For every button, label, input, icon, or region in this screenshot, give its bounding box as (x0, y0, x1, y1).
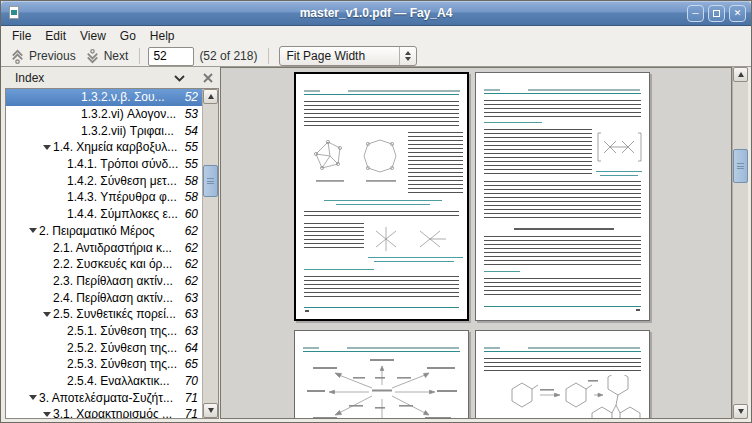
index-entry[interactable]: 1.3.2.vi) Αλογον...53 (6, 106, 202, 123)
index-entry[interactable]: 3. Αποτελέσματα-Συζήτ...71 (6, 389, 202, 406)
figure-cage-structures (308, 134, 408, 192)
document-view (220, 67, 748, 419)
index-entry[interactable]: 1.4.4. Σύμπλοκες ε...60 (6, 206, 202, 223)
index-entry-label: 1.3.2.vii) Τριφαι... (81, 124, 180, 138)
index-entry[interactable]: 2.4. Περίθλαση ακτίν...63 (6, 289, 202, 306)
scroll-down-button[interactable] (203, 403, 218, 418)
page-thumbnail-54[interactable] (294, 330, 469, 419)
index-entry[interactable]: 1.4. Χημεία καρβοξυλ...55 (6, 139, 202, 156)
index-entry-page: 62 (180, 257, 202, 271)
index-entry[interactable]: 2.5.2. Σύνθεση της...64 (6, 339, 202, 356)
sidebar-title: Index (15, 71, 44, 85)
index-entry-page: 60 (180, 207, 202, 221)
index-entry[interactable]: 2.2. Συσκευές και όρ...62 (6, 256, 202, 273)
index-entry-label: 2.1. Αντιδραστήρια κ... (53, 241, 180, 255)
sidebar-header: Index (5, 67, 219, 88)
index-entry-page: 54 (180, 124, 202, 138)
index-scrollbar-thumb[interactable] (203, 165, 218, 197)
pdf-viewer-window: master_v1.0.pdf — Fay_A4 ─ ✕ FileEditVie… (0, 0, 752, 423)
index-entry-label: 2.5.1. Σύνθεση της... (67, 324, 180, 338)
next-page-button[interactable]: Next (81, 48, 132, 65)
index-entry-label: 1.3.2.ν.β. Σου... (81, 90, 180, 104)
index-entry-page: 62 (180, 241, 202, 255)
expander-icon[interactable] (40, 145, 53, 150)
figure-anion-complex (596, 129, 644, 167)
index-scrollbar[interactable] (202, 89, 218, 418)
index-entry-label: 1.3.2.vi) Αλογον... (81, 107, 180, 121)
main-scroll-down-button[interactable] (733, 404, 748, 419)
expander-icon[interactable] (26, 228, 39, 233)
scroll-up-button[interactable] (203, 89, 218, 104)
vertical-scrollbar[interactable] (732, 67, 748, 419)
figure-radial-reactions (305, 357, 460, 419)
zoom-level-select[interactable]: Fit Page Width (279, 46, 417, 66)
menu-file[interactable]: File (5, 27, 38, 45)
page-count-label: (52 of 218) (196, 49, 260, 63)
index-entry[interactable]: 2.5. Συνθετικές πορεί...63 (6, 306, 202, 323)
next-label: Next (104, 49, 129, 63)
toolbar: Previous Next (52 of 218) Fit Page Width (1, 46, 751, 67)
index-entry-page: 64 (180, 341, 202, 355)
index-entry[interactable]: 1.3.2.vii) Τριφαι...54 (6, 122, 202, 139)
combo-arrows-icon (399, 47, 416, 65)
close-button[interactable]: ✕ (729, 5, 746, 22)
page-thumbnail-52[interactable] (294, 72, 469, 321)
chevron-down-icon[interactable] (174, 74, 185, 82)
index-entry[interactable]: 1.4.1. Τρόποι σύνδ...55 (6, 156, 202, 173)
document-viewport[interactable] (220, 67, 732, 419)
titlebar[interactable]: master_v1.0.pdf — Fay_A4 ─ ✕ (1, 1, 751, 26)
previous-icon (9, 48, 26, 65)
index-entry-label: 2.3. Περίθλαση ακτίν... (53, 274, 180, 288)
main-scrollbar-thumb[interactable] (733, 149, 748, 183)
content-area: Index 1.3.2.ν.β. Σου...521.3.2.vi) Αλογο… (1, 67, 751, 422)
expander-icon[interactable] (26, 395, 39, 400)
next-icon (84, 48, 101, 65)
menu-go[interactable]: Go (113, 27, 143, 45)
index-entry[interactable]: 1.4.2. Σύνθεση μετ...58 (6, 172, 202, 189)
index-entry[interactable]: 2.1. Αντιδραστήρια κ...62 (6, 239, 202, 256)
sidebar-close-icon[interactable] (203, 73, 213, 83)
index-entry[interactable]: 1.3.2.ν.β. Σου...52 (6, 89, 202, 106)
index-entry[interactable]: 1.4.3. Υπέρυθρα φ...58 (6, 189, 202, 206)
index-entry-page: 71 (180, 391, 202, 405)
index-entry-page: 53 (180, 107, 202, 121)
index-entry-page: 58 (180, 174, 202, 188)
window-title: master_v1.0.pdf — Fay_A4 (1, 6, 751, 20)
index-entry-page: 55 (180, 140, 202, 154)
index-entry[interactable]: 2.5.3. Σύνθεση της...65 (6, 356, 202, 373)
index-entry-label: 2.4. Περίθλαση ακτίν... (53, 291, 180, 305)
index-entry[interactable]: 2.5.1. Σύνθεση της...63 (6, 323, 202, 340)
index-entry-page: 65 (180, 357, 202, 371)
index-entry-label: 2.5.4. Εναλλακτικ... (67, 374, 180, 388)
index-entry-label: 1.4.1. Τρόποι σύνδ... (67, 157, 180, 171)
menubar: FileEditViewGoHelp (1, 26, 751, 46)
expander-icon[interactable] (40, 312, 53, 317)
menu-edit[interactable]: Edit (38, 27, 73, 45)
index-entry-page: 58 (180, 190, 202, 204)
index-entry-page: 62 (180, 274, 202, 288)
index-entry[interactable]: 2.5.4. Εναλλακτικ...70 (6, 373, 202, 390)
index-entry-label: 3. Αποτελέσματα-Συζήτ... (39, 391, 180, 405)
index-entry-page: 70 (180, 374, 202, 388)
index-entry[interactable]: 2. Πειραματικό Μέρος62 (6, 223, 202, 240)
index-entry-label: 2.5. Συνθετικές πορεί... (53, 307, 180, 321)
figure-reaction-scheme (484, 375, 644, 419)
page-thumbnail-55[interactable] (475, 330, 650, 419)
previous-page-button[interactable]: Previous (6, 48, 79, 65)
main-scroll-up-button[interactable] (733, 67, 748, 82)
index-entry-label: 1.4.2. Σύνθεση μετ... (67, 174, 180, 188)
index-entry[interactable]: 3.1. Χαρακτηρισμός ...71 (6, 406, 202, 419)
index-tree: 1.3.2.ν.β. Σου...521.3.2.vi) Αλογον...53… (5, 88, 219, 419)
maximize-button[interactable] (708, 5, 725, 22)
page-thumbnail-53[interactable] (475, 72, 650, 321)
index-entry[interactable]: 2.3. Περίθλαση ακτίν...62 (6, 273, 202, 290)
page-number-input[interactable] (148, 47, 194, 66)
index-entry-label: 2.2. Συσκευές και όρ... (53, 257, 180, 271)
index-entry-label: 1.4.3. Υπέρυθρα φ... (67, 190, 180, 204)
menu-help[interactable]: Help (143, 27, 182, 45)
minimize-button[interactable]: ─ (687, 5, 704, 22)
zoom-value: Fit Page Width (280, 49, 399, 63)
expander-icon[interactable] (40, 412, 53, 417)
menu-view[interactable]: View (73, 27, 113, 45)
index-entry-page: 63 (180, 324, 202, 338)
